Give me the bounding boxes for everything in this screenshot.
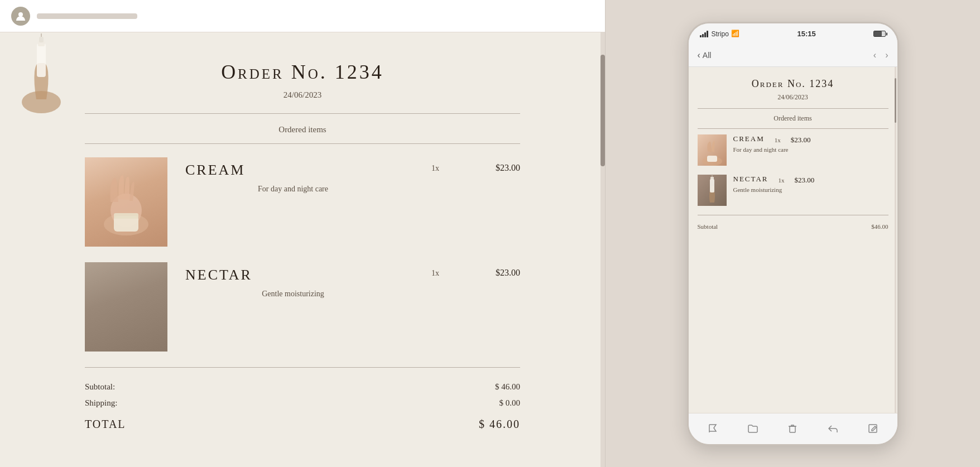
nav-prev-icon[interactable]: ‹ [873,50,876,60]
svg-rect-17 [790,426,795,432]
mobile-nectar-details: NECTAR 1x $23.00 Gentle moisturizing [733,175,888,194]
nav-back-label: All [703,51,712,60]
email-editor-panel: Order No. 1234 24/06/2023 Ordered items [0,0,606,467]
mobile-subtotal-label: Subtotal [698,223,718,230]
scrollbar-track[interactable] [601,32,605,467]
mobile-battery-icon [873,31,886,37]
mobile-nectar-row: NECTAR 1x $23.00 [733,175,888,186]
mobile-cream-name: CREAM [733,134,765,143]
signal-bar-4 [707,31,708,37]
nectar-item-price: $23.00 [470,262,520,278]
mobile-order-date: 24/06/2023 [698,93,888,102]
subtotal-row: Subtotal: $ 46.00 [85,379,520,395]
carrier-name: Stripo [712,30,729,38]
mobile-order-item-nectar: NECTAR 1x $23.00 Gentle moisturizing [698,175,888,206]
mobile-totals-divider [698,215,888,215]
mobile-scrollbar[interactable] [895,67,896,413]
mobile-nectar-image [698,175,727,206]
user-avatar [11,7,30,26]
mobile-signal: Stripo 📶 [700,30,739,38]
mobile-nectar-price: $23.00 [794,176,814,185]
total-value: $ 46.00 [479,418,520,431]
flag-action-button[interactable] [704,420,721,437]
mobile-subtotal-value: $46.00 [871,223,888,230]
mobile-nectar-qty: 1x [778,177,784,184]
items-divider [85,143,520,144]
svg-rect-4 [114,213,138,219]
nectar-item-name: NECTAR [185,267,401,283]
cream-item-name: CREAM [185,162,401,179]
mobile-scrollbar-thumb[interactable] [895,78,896,123]
svg-rect-14 [710,179,714,192]
header-divider [85,113,520,114]
grand-total-row: TOTAL $ 46.00 [85,413,520,435]
mobile-cream-row: CREAM 1x $23.00 [733,134,888,146]
mobile-ordered-items-label: Ordered items [698,114,888,123]
signal-bar-3 [704,32,706,37]
mobile-nav-bar: ‹ All ‹ › [689,45,897,67]
mobile-cream-price: $23.00 [791,136,811,145]
totals-divider [85,367,520,368]
mobile-order-item-cream: CREAM 1x $23.00 For day and night care [698,134,888,166]
cream-item-qty: 1x [419,157,452,173]
order-item-nectar: NECTAR Gentle moisturizing 1x $23.00 [85,262,520,352]
mobile-status-bar: Stripo 📶 15:15 [689,23,897,45]
mobile-nectar-desc: Gentle moisturizing [733,186,888,194]
wifi-icon: 📶 [731,30,739,38]
mobile-items-divider [698,128,888,129]
cream-item-price: $23.00 [470,157,520,173]
email-body: Order No. 1234 24/06/2023 Ordered items [51,32,554,458]
mobile-order-title: Order No. 1234 [698,78,888,90]
nectar-item-details: NECTAR Gentle moisturizing [185,262,401,300]
mobile-device-frame: Stripo 📶 15:15 ‹ All ‹ › Order No. 1234 … [687,22,899,446]
cream-product-image [85,157,167,247]
totals-section: Subtotal: $ 46.00 Shipping: $ 0.00 TOTAL… [85,379,520,435]
mobile-time: 15:15 [798,30,816,38]
editor-toolbar [0,0,605,32]
mobile-email-content[interactable]: Order No. 1234 24/06/2023 Ordered items [689,67,897,413]
order-item-cream: CREAM For day and night care 1x $23.00 [85,157,520,247]
mobile-bottom-bar [689,413,897,444]
toolbar-placeholder [37,13,137,19]
signal-bars-icon [700,31,708,37]
order-date: 24/06/2023 [85,90,520,100]
cream-item-desc: For day and night care [185,183,401,195]
shipping-label: Shipping: [85,398,117,408]
signal-bar-2 [702,34,704,37]
total-label: TOTAL [85,418,126,431]
mobile-nectar-name: NECTAR [733,175,768,184]
signal-bar-1 [700,35,702,37]
nectar-item-qty: 1x [419,262,452,278]
mobile-cream-desc: For day and night care [733,146,888,154]
svg-point-0 [18,12,23,17]
ordered-items-label: Ordered items [85,125,520,134]
mobile-subtotal-row: Subtotal $46.00 [698,221,888,232]
nectar-product-image [85,262,167,352]
mobile-nav-arrows: ‹ › [873,50,888,60]
trash-action-button[interactable] [784,420,801,437]
shipping-row: Shipping: $ 0.00 [85,395,520,411]
svg-rect-15 [710,177,714,180]
compose-action-button[interactable] [864,420,881,437]
nav-next-icon[interactable]: › [885,50,888,60]
mobile-preview-panel: Stripo 📶 15:15 ‹ All ‹ › Order No. 1234 … [606,0,980,467]
mobile-header-divider [698,108,888,109]
subtotal-label: Subtotal: [85,382,115,392]
order-title: Order No. 1234 [85,60,520,84]
back-chevron-icon: ‹ [698,50,700,60]
reply-action-button[interactable] [824,420,841,437]
nectar-item-desc: Gentle moisturizing [185,288,401,300]
folder-action-button[interactable] [744,420,761,437]
shipping-value: $ 0.00 [499,398,521,408]
mobile-cream-qty: 1x [775,137,781,143]
cream-item-details: CREAM For day and night care [185,157,401,195]
mobile-back-nav[interactable]: ‹ All [698,50,712,60]
scrollbar-thumb[interactable] [601,55,605,166]
svg-rect-12 [707,156,717,162]
mobile-cream-details: CREAM 1x $23.00 For day and night care [733,134,888,154]
mobile-cream-image [698,134,727,166]
email-content-area[interactable]: Order No. 1234 24/06/2023 Ordered items [0,32,605,467]
subtotal-value: $ 46.00 [495,382,520,392]
